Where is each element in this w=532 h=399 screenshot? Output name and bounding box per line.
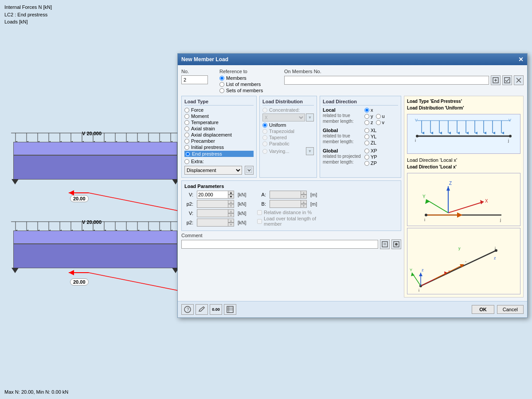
- on-members-section: On Members No.: [284, 69, 524, 85]
- XP-dir-radio[interactable]: [364, 149, 369, 153]
- list-members-label: List of members: [226, 82, 261, 87]
- sets-members-option[interactable]: Sets of members: [219, 88, 282, 93]
- ZL-dir-radio[interactable]: [364, 141, 369, 145]
- axial-disp-radio[interactable]: [184, 133, 189, 137]
- dir-ZL[interactable]: ZL: [364, 140, 376, 145]
- extra-icon-btn[interactable]: [245, 166, 254, 175]
- initial-prestress-radio[interactable]: [184, 145, 189, 150]
- dir-YP[interactable]: YP: [364, 154, 377, 160]
- uniform-radio[interactable]: [262, 123, 267, 128]
- help-btn[interactable]: ?: [181, 304, 194, 315]
- load-type-axial-disp[interactable]: Axial displacement: [184, 132, 254, 137]
- dir-y[interactable]: y: [364, 113, 373, 119]
- no-input[interactable]: [181, 75, 208, 84]
- svg-text:Y: Y: [410, 268, 412, 272]
- v1-down[interactable]: ▼: [228, 195, 234, 199]
- YL-dir-radio[interactable]: [364, 134, 369, 139]
- table-btn[interactable]: [224, 304, 236, 315]
- extra-radio[interactable]: [184, 159, 189, 164]
- select-members-btn1[interactable]: [491, 75, 501, 85]
- dir-z[interactable]: z: [364, 120, 373, 125]
- list-members-option[interactable]: List of members: [219, 82, 282, 87]
- select-members-btn3[interactable]: [514, 75, 524, 85]
- load-type-end-prestress[interactable]: End prestress: [184, 151, 254, 157]
- global-true-dir-group: Global related to truemember length: XL: [323, 128, 398, 145]
- members-option[interactable]: Members: [219, 75, 282, 81]
- force-radio[interactable]: [184, 108, 189, 113]
- load-type-moment[interactable]: Moment: [184, 113, 254, 119]
- load-over-total-checkbox: [257, 219, 262, 224]
- moment-radio[interactable]: [184, 114, 189, 119]
- p2-1-input: [197, 200, 228, 208]
- svg-text:j: j: [508, 138, 509, 143]
- load-type-extra[interactable]: Extra:: [184, 159, 254, 164]
- load-type-force[interactable]: Force: [184, 107, 254, 113]
- list-members-radio[interactable]: [219, 82, 224, 87]
- YP-dir-radio[interactable]: [364, 155, 369, 160]
- v1-input[interactable]: [197, 191, 228, 199]
- load-type-temperature[interactable]: Temperature: [184, 120, 254, 125]
- z-dir-radio[interactable]: [364, 120, 369, 125]
- dist-x-btn: ▼: [306, 113, 314, 121]
- comment-btn2[interactable]: [391, 239, 401, 249]
- load-dir-title: Load Direction: [323, 99, 398, 106]
- v1-up[interactable]: ▲: [228, 191, 234, 195]
- svg-text:i: i: [424, 218, 425, 222]
- params-title: Load Parameters: [184, 184, 398, 189]
- sets-members-radio[interactable]: [219, 88, 224, 93]
- svg-text:z: z: [494, 256, 496, 260]
- ZP-dir-radio[interactable]: [364, 161, 369, 166]
- ok-button[interactable]: OK: [472, 305, 494, 314]
- load-dir-panel: Load Direction Local related to truememb…: [320, 96, 401, 178]
- cancel-button[interactable]: Cancel: [497, 305, 524, 314]
- u-dir-radio[interactable]: [376, 114, 381, 119]
- parabolic-radio: [262, 141, 267, 146]
- svg-rect-99: [227, 306, 233, 313]
- members-label: Members: [226, 75, 246, 81]
- end-prestress-radio[interactable]: [185, 152, 190, 156]
- temperature-radio[interactable]: [184, 120, 189, 125]
- relative-dist-checkbox-item[interactable]: Relative distance in %: [257, 210, 323, 215]
- local-label: Local: [323, 107, 363, 113]
- comment-input[interactable]: [181, 240, 378, 249]
- dir-v[interactable]: v: [376, 120, 385, 125]
- v2-up: ▲: [228, 209, 234, 213]
- extra-select[interactable]: Displacement: [184, 166, 242, 175]
- select-members-btn2[interactable]: [502, 75, 512, 85]
- p2-1-label: p2:: [184, 201, 193, 207]
- on-members-input[interactable]: [284, 76, 489, 85]
- v-dir-radio[interactable]: [376, 120, 381, 125]
- dir-x[interactable]: x: [364, 107, 385, 113]
- beam-top-lower: [13, 155, 177, 180]
- load-type-axial-strain[interactable]: Axial strain: [184, 126, 254, 131]
- load-dir-preview-label: Load Direction 'Local x': [407, 157, 520, 163]
- dir-YL[interactable]: YL: [364, 134, 376, 139]
- dir-ZP[interactable]: ZP: [364, 160, 377, 166]
- local-dir-group: Local related to truemember length: x: [323, 107, 398, 125]
- ok-cancel-buttons: OK Cancel: [472, 305, 524, 314]
- dir-u[interactable]: u: [376, 113, 385, 119]
- load-over-total-checkbox-item[interactable]: Load over total length ofmember: [257, 216, 323, 227]
- svg-text:?: ?: [187, 307, 189, 312]
- close-button[interactable]: ✕: [518, 56, 524, 63]
- svg-point-59: [416, 135, 419, 137]
- axial-strain-radio[interactable]: [184, 126, 189, 131]
- edit-btn[interactable]: [196, 304, 208, 315]
- x-dir-radio[interactable]: [364, 108, 369, 113]
- y-dir-radio[interactable]: [364, 114, 369, 119]
- label-v-bottom: V 20.000: [82, 219, 102, 225]
- comment-row: [181, 239, 401, 249]
- svg-text:y: y: [458, 246, 461, 250]
- load-dist-title: Load Distribution: [262, 99, 314, 106]
- comment-btn1[interactable]: [380, 239, 390, 249]
- precamber-radio[interactable]: [184, 139, 189, 144]
- p2-2-unit: [kN]: [238, 220, 250, 225]
- value-btn[interactable]: 0.00: [210, 304, 222, 315]
- load-type-precamber[interactable]: Precamber: [184, 138, 254, 144]
- dir-XL[interactable]: XL: [364, 128, 376, 133]
- preview-title2: Load Distribution 'Uniform': [407, 106, 520, 110]
- dir-XP[interactable]: XP: [364, 148, 377, 153]
- XL-dir-radio[interactable]: [364, 128, 369, 133]
- load-type-initial-prestress[interactable]: Initial prestress: [184, 145, 254, 150]
- members-radio[interactable]: [219, 76, 224, 81]
